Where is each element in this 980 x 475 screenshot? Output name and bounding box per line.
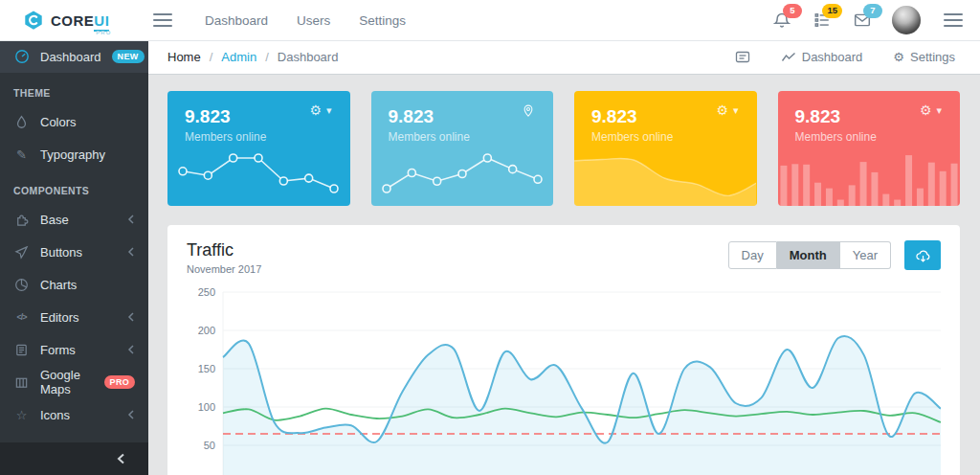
traffic-title-block: Traffic November 2017	[187, 240, 261, 275]
chevron-left-icon	[127, 312, 135, 322]
stat-label: Members online	[167, 127, 350, 144]
aside-toggle-button[interactable]	[940, 9, 967, 32]
range-month-button[interactable]: Month	[777, 241, 840, 269]
header-nav-dashboard[interactable]: Dashboard	[205, 13, 268, 28]
svg-text:250: 250	[198, 286, 215, 298]
sidebar-item-icons[interactable]: ☆ Icons	[0, 398, 148, 431]
tasks-badge: 15	[822, 4, 842, 18]
sidebar-item-forms[interactable]: Forms	[0, 333, 148, 366]
traffic-title: Traffic	[187, 240, 261, 260]
header-right-group: 5 15 7	[771, 6, 980, 34]
pie-chart-icon	[13, 278, 30, 292]
notifications-badge: 5	[783, 4, 802, 18]
location-pin-icon	[522, 103, 535, 118]
members-online-bar-chart	[778, 150, 960, 206]
traffic-chart: 25020015010050	[187, 284, 941, 475]
sidebar-item-colors[interactable]: Colors	[0, 105, 148, 138]
breadcrumb-actions: Dashboard ⚙ Settings	[729, 49, 961, 65]
chat-panel-button[interactable]	[729, 50, 756, 65]
code-icon: </>	[13, 312, 30, 322]
breadcrumb-current: Dashboard	[278, 50, 339, 64]
pencil-icon: ✎	[13, 148, 30, 161]
stat-card-members-2: 9.823 Members online	[371, 91, 554, 206]
breadcrumb-admin[interactable]: Admin	[221, 50, 256, 64]
stat-label: Members online	[574, 127, 757, 144]
card-location-button[interactable]	[516, 102, 541, 119]
sidebar-item-label: Base	[40, 213, 69, 227]
sidebar-item-buttons[interactable]: Buttons	[0, 236, 148, 268]
star-icon: ☆	[13, 409, 30, 421]
sidebar-item-label: Forms	[40, 343, 76, 357]
chevron-left-icon	[127, 345, 135, 354]
breadcrumb-separator: /	[265, 50, 269, 64]
download-button[interactable]	[904, 240, 941, 270]
chevron-left-icon	[117, 453, 125, 464]
sidebar-item-charts[interactable]: Charts	[0, 268, 148, 301]
line-chart-icon	[781, 52, 796, 63]
members-online-sparkline	[167, 151, 349, 197]
traffic-controls: Day Month Year	[728, 240, 941, 270]
app-header: COREUIPRO Dashboard Users Settings 5	[0, 0, 980, 41]
gear-icon: ⚙	[893, 51, 904, 63]
traffic-subtitle: November 2017	[187, 263, 261, 275]
breadcrumb-separator: /	[210, 50, 213, 64]
breadcrumb-home[interactable]: Home	[167, 50, 201, 64]
notifications-button[interactable]: 5	[771, 10, 792, 31]
svg-text:50: 50	[204, 440, 215, 451]
gear-icon: ⚙	[716, 103, 728, 117]
sidebar-minimize-button[interactable]	[0, 442, 148, 475]
gear-icon: ⚙	[309, 103, 322, 117]
cursor-icon	[13, 245, 30, 260]
brand-tier-label: PRO	[96, 30, 111, 35]
card-settings-dropdown[interactable]: ⚙ ▾	[303, 102, 337, 118]
messages-button[interactable]: 7	[852, 10, 873, 31]
traffic-card: Traffic November 2017 Day Month Year	[167, 225, 960, 475]
cloud-download-icon	[915, 249, 931, 262]
user-avatar[interactable]	[892, 6, 921, 34]
drop-icon	[13, 115, 30, 129]
sidebar: Dashboard NEW THEME Colors ✎ Typography …	[0, 40, 148, 475]
card-settings-dropdown[interactable]: ⚙ ▾	[914, 102, 947, 118]
breadcrumb-dashboard-link[interactable]: Dashboard	[775, 49, 869, 65]
sidebar-item-label: Dashboard	[40, 50, 101, 64]
sidebar-item-label: Colors	[40, 115, 77, 129]
sidebar-item-label: Typography	[40, 147, 105, 162]
range-year-button[interactable]: Year	[840, 241, 891, 269]
sidebar-item-label: Buttons	[40, 245, 82, 260]
message-square-icon	[735, 51, 750, 64]
sidebar-item-label: Google Maps	[40, 368, 94, 396]
sidebar-item-base[interactable]: Base	[0, 203, 148, 236]
sidebar-item-editors[interactable]: </> Editors	[0, 301, 148, 333]
sidebar-item-label: Charts	[40, 278, 77, 292]
sidebar-item-typography[interactable]: ✎ Typography	[0, 138, 148, 170]
header-nav: Dashboard Users Settings	[205, 13, 406, 28]
tasks-button[interactable]: 15	[812, 10, 833, 31]
header-nav-users[interactable]: Users	[297, 13, 330, 28]
brand-logo[interactable]: COREUIPRO	[0, 10, 145, 31]
map-icon	[13, 375, 30, 390]
chevron-left-icon	[127, 247, 135, 257]
sidebar-toggle-button[interactable]	[149, 9, 176, 32]
range-day-button[interactable]: Day	[728, 241, 777, 269]
stat-label: Members online	[778, 127, 961, 144]
svg-text:150: 150	[198, 363, 215, 374]
chevron-left-icon	[127, 410, 135, 419]
hamburger-icon	[944, 12, 963, 28]
sidebar-item-dashboard[interactable]: Dashboard NEW	[0, 40, 148, 73]
chevron-left-icon	[127, 215, 135, 224]
sidebar-item-google-maps[interactable]: Google Maps PRO	[0, 366, 148, 398]
card-settings-dropdown[interactable]: ⚙ ▾	[710, 102, 744, 118]
puzzle-icon	[13, 213, 30, 227]
main-content: 9.823 Members online ⚙ ▾ 9.823 Members o…	[148, 74, 980, 475]
breadcrumb-settings-link[interactable]: ⚙ Settings	[887, 49, 961, 65]
notes-icon	[13, 343, 30, 357]
traffic-header: Traffic November 2017 Day Month Year	[187, 240, 941, 275]
members-online-area-chart	[574, 152, 756, 206]
header-nav-settings[interactable]: Settings	[359, 13, 406, 28]
members-online-sparkline	[371, 151, 553, 197]
svg-text:100: 100	[198, 401, 215, 413]
stat-label: Members online	[371, 127, 554, 144]
caret-down-icon: ▾	[733, 105, 739, 116]
sidebar-item-label: Icons	[40, 408, 70, 422]
breadcrumb-settings-label: Settings	[910, 50, 955, 64]
